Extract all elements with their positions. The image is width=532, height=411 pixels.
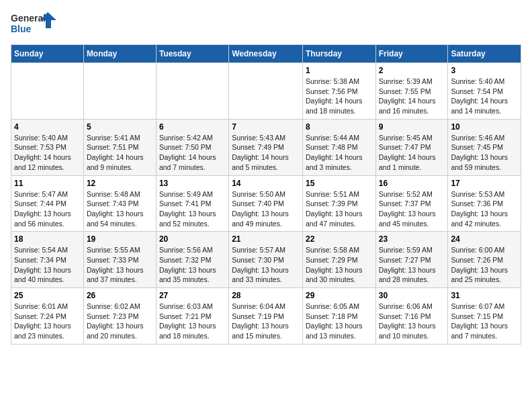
calendar-cell: 15Sunrise: 5:51 AMSunset: 7:39 PMDayligh… [302, 175, 375, 232]
calendar-cell: 23Sunrise: 5:59 AMSunset: 7:27 PMDayligh… [375, 232, 448, 288]
day-number: 26 [87, 291, 153, 300]
calendar-cell [11, 63, 84, 120]
day-content: Sunrise: 5:50 AMSunset: 7:40 PMDaylight:… [232, 189, 300, 229]
calendar-cell [83, 63, 156, 120]
day-content: Sunrise: 5:52 AMSunset: 7:37 PMDaylight:… [379, 189, 445, 229]
day-content: Sunrise: 5:44 AMSunset: 7:48 PMDaylight:… [306, 133, 373, 173]
calendar-cell: 18Sunrise: 5:54 AMSunset: 7:34 PMDayligh… [11, 232, 84, 288]
day-content: Sunrise: 6:02 AMSunset: 7:23 PMDaylight:… [87, 302, 153, 341]
calendar-cell: 7Sunrise: 5:43 AMSunset: 7:49 PMDaylight… [229, 119, 303, 175]
calendar-cell: 17Sunrise: 5:53 AMSunset: 7:36 PMDayligh… [448, 175, 521, 232]
calendar-cell: 21Sunrise: 5:57 AMSunset: 7:30 PMDayligh… [229, 232, 303, 288]
calendar-cell: 30Sunrise: 6:06 AMSunset: 7:16 PMDayligh… [375, 288, 448, 345]
day-number: 16 [379, 179, 445, 188]
calendar-cell: 6Sunrise: 5:42 AMSunset: 7:50 PMDaylight… [156, 119, 228, 175]
day-number: 10 [451, 122, 518, 132]
day-number: 19 [87, 234, 153, 244]
day-content: Sunrise: 5:42 AMSunset: 7:50 PMDaylight:… [159, 133, 226, 173]
day-content: Sunrise: 6:00 AMSunset: 7:26 PMDaylight:… [451, 245, 518, 285]
day-number: 14 [232, 179, 300, 188]
day-content: Sunrise: 6:03 AMSunset: 7:21 PMDaylight:… [159, 302, 226, 341]
calendar-week-row: 4Sunrise: 5:40 AMSunset: 7:53 PMDaylight… [11, 119, 521, 175]
logo: GeneralBlue [11, 11, 58, 38]
calendar-cell: 20Sunrise: 5:56 AMSunset: 7:32 PMDayligh… [156, 232, 228, 288]
calendar-cell: 4Sunrise: 5:40 AMSunset: 7:53 PMDaylight… [11, 119, 84, 175]
day-number: 8 [306, 122, 373, 132]
day-content: Sunrise: 5:47 AMSunset: 7:44 PMDaylight:… [14, 189, 81, 229]
day-content: Sunrise: 5:49 AMSunset: 7:41 PMDaylight:… [159, 189, 226, 229]
weekday-header-row: SundayMondayTuesdayWednesdayThursdayFrid… [11, 45, 521, 63]
page-header: GeneralBlue [11, 11, 521, 38]
calendar-cell: 1Sunrise: 5:38 AMSunset: 7:56 PMDaylight… [302, 63, 375, 120]
day-content: Sunrise: 6:05 AMSunset: 7:18 PMDaylight:… [306, 302, 373, 341]
day-number: 20 [159, 234, 226, 244]
day-content: Sunrise: 6:07 AMSunset: 7:15 PMDaylight:… [451, 302, 518, 341]
day-content: Sunrise: 5:39 AMSunset: 7:55 PMDaylight:… [379, 77, 445, 116]
calendar-cell: 14Sunrise: 5:50 AMSunset: 7:40 PMDayligh… [229, 175, 303, 232]
weekday-header-monday: Monday [83, 45, 156, 63]
day-content: Sunrise: 5:56 AMSunset: 7:32 PMDaylight:… [159, 245, 226, 285]
svg-text:Blue: Blue [11, 24, 32, 34]
calendar-cell: 13Sunrise: 5:49 AMSunset: 7:41 PMDayligh… [156, 175, 228, 232]
calendar-cell: 26Sunrise: 6:02 AMSunset: 7:23 PMDayligh… [83, 288, 156, 345]
calendar-week-row: 18Sunrise: 5:54 AMSunset: 7:34 PMDayligh… [11, 232, 521, 288]
day-number: 25 [14, 291, 81, 300]
day-number: 30 [379, 291, 445, 300]
weekday-header-sunday: Sunday [11, 45, 84, 63]
day-content: Sunrise: 5:57 AMSunset: 7:30 PMDaylight:… [232, 245, 300, 285]
day-content: Sunrise: 5:59 AMSunset: 7:27 PMDaylight:… [379, 245, 445, 285]
day-content: Sunrise: 5:46 AMSunset: 7:45 PMDaylight:… [451, 133, 518, 173]
day-content: Sunrise: 5:43 AMSunset: 7:49 PMDaylight:… [232, 133, 300, 173]
day-number: 5 [87, 122, 153, 132]
calendar-cell: 28Sunrise: 6:04 AMSunset: 7:19 PMDayligh… [229, 288, 303, 345]
day-number: 27 [159, 291, 226, 300]
day-number: 3 [451, 66, 518, 75]
calendar-cell: 31Sunrise: 6:07 AMSunset: 7:15 PMDayligh… [448, 288, 521, 345]
day-content: Sunrise: 6:01 AMSunset: 7:24 PMDaylight:… [14, 302, 81, 341]
day-number: 13 [159, 179, 226, 188]
day-number: 18 [14, 234, 81, 244]
calendar-cell: 2Sunrise: 5:39 AMSunset: 7:55 PMDaylight… [375, 63, 448, 120]
calendar-cell: 3Sunrise: 5:40 AMSunset: 7:54 PMDaylight… [448, 63, 521, 120]
calendar-cell: 12Sunrise: 5:48 AMSunset: 7:43 PMDayligh… [83, 175, 156, 232]
weekday-header-friday: Friday [375, 45, 448, 63]
calendar-cell: 22Sunrise: 5:58 AMSunset: 7:29 PMDayligh… [302, 232, 375, 288]
day-number: 9 [379, 122, 445, 132]
calendar-cell: 19Sunrise: 5:55 AMSunset: 7:33 PMDayligh… [83, 232, 156, 288]
day-number: 24 [451, 234, 518, 244]
calendar-week-row: 11Sunrise: 5:47 AMSunset: 7:44 PMDayligh… [11, 175, 521, 232]
day-content: Sunrise: 5:53 AMSunset: 7:36 PMDaylight:… [451, 189, 518, 229]
calendar-cell: 5Sunrise: 5:41 AMSunset: 7:51 PMDaylight… [83, 119, 156, 175]
calendar-cell: 9Sunrise: 5:45 AMSunset: 7:47 PMDaylight… [375, 119, 448, 175]
calendar-cell: 8Sunrise: 5:44 AMSunset: 7:48 PMDaylight… [302, 119, 375, 175]
calendar-cell: 16Sunrise: 5:52 AMSunset: 7:37 PMDayligh… [375, 175, 448, 232]
day-content: Sunrise: 5:45 AMSunset: 7:47 PMDaylight:… [379, 133, 445, 173]
day-content: Sunrise: 5:48 AMSunset: 7:43 PMDaylight:… [87, 189, 153, 229]
day-number: 17 [451, 179, 518, 188]
day-content: Sunrise: 5:58 AMSunset: 7:29 PMDaylight:… [306, 245, 373, 285]
day-content: Sunrise: 5:54 AMSunset: 7:34 PMDaylight:… [14, 245, 81, 285]
calendar-cell: 11Sunrise: 5:47 AMSunset: 7:44 PMDayligh… [11, 175, 84, 232]
calendar-cell: 29Sunrise: 6:05 AMSunset: 7:18 PMDayligh… [302, 288, 375, 345]
day-content: Sunrise: 5:41 AMSunset: 7:51 PMDaylight:… [87, 133, 153, 173]
day-number: 28 [232, 291, 300, 300]
calendar-cell: 24Sunrise: 6:00 AMSunset: 7:26 PMDayligh… [448, 232, 521, 288]
day-number: 2 [379, 66, 445, 75]
day-content: Sunrise: 6:06 AMSunset: 7:16 PMDaylight:… [379, 302, 445, 341]
day-number: 15 [306, 179, 373, 188]
day-number: 12 [87, 179, 153, 188]
calendar-week-row: 25Sunrise: 6:01 AMSunset: 7:24 PMDayligh… [11, 288, 521, 345]
weekday-header-tuesday: Tuesday [156, 45, 228, 63]
weekday-header-wednesday: Wednesday [229, 45, 303, 63]
calendar-cell: 27Sunrise: 6:03 AMSunset: 7:21 PMDayligh… [156, 288, 228, 345]
day-number: 29 [306, 291, 373, 300]
calendar-cell: 25Sunrise: 6:01 AMSunset: 7:24 PMDayligh… [11, 288, 84, 345]
day-number: 21 [232, 234, 300, 244]
weekday-header-saturday: Saturday [448, 45, 521, 63]
day-number: 11 [14, 179, 81, 188]
svg-text:General: General [11, 13, 46, 24]
calendar-cell: 10Sunrise: 5:46 AMSunset: 7:45 PMDayligh… [448, 119, 521, 175]
day-content: Sunrise: 5:40 AMSunset: 7:53 PMDaylight:… [14, 133, 81, 173]
day-number: 23 [379, 234, 445, 244]
day-content: Sunrise: 5:51 AMSunset: 7:39 PMDaylight:… [306, 189, 373, 229]
